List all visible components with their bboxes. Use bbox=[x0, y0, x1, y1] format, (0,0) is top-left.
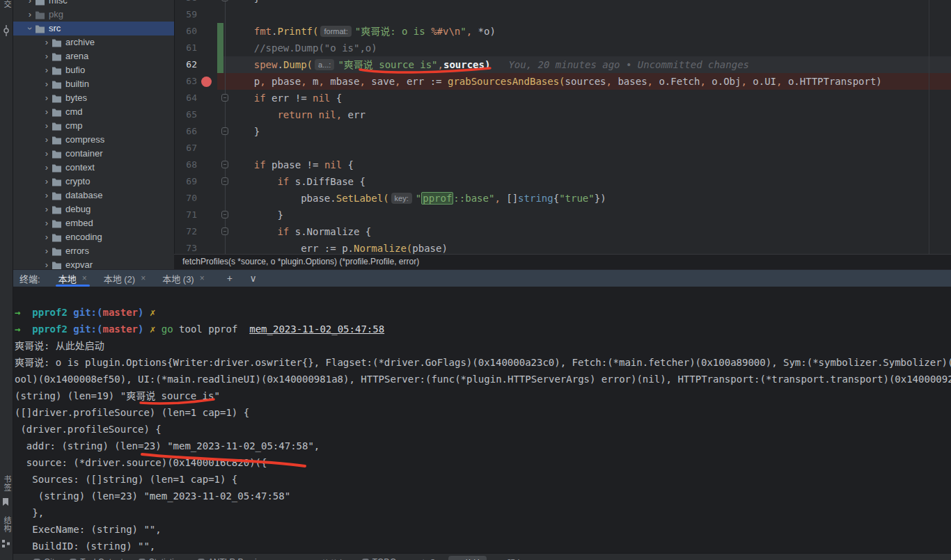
code-line-71[interactable]: 71 } bbox=[175, 207, 951, 223]
code-line-62[interactable]: 62 spew.Dump(a...:"爽哥说 source is",source… bbox=[175, 56, 951, 73]
code-line-69[interactable]: 69 if s.DiffBase { bbox=[175, 173, 951, 190]
structure-tool-button[interactable]: 结构 bbox=[1, 516, 13, 533]
tree-item-archive[interactable]: ›archive bbox=[13, 35, 174, 49]
close-icon[interactable]: × bbox=[200, 273, 205, 283]
chevron-icon[interactable]: › bbox=[42, 244, 52, 258]
code-line-67[interactable]: 67 bbox=[175, 140, 951, 157]
tool-button-Statistics[interactable]: Statistics bbox=[133, 556, 188, 560]
line-number[interactable]: 62 bbox=[175, 56, 197, 73]
tree-item-database[interactable]: ›database bbox=[13, 189, 174, 202]
tree-item-compress[interactable]: ›compress bbox=[13, 133, 174, 147]
chevron-icon[interactable]: › bbox=[42, 105, 52, 119]
line-number[interactable]: 71 bbox=[175, 207, 197, 223]
chevron-icon[interactable]: › bbox=[42, 77, 52, 91]
fold-marker-icon[interactable] bbox=[221, 94, 228, 102]
chevron-icon[interactable]: › bbox=[42, 147, 52, 161]
chevron-icon[interactable]: › bbox=[42, 119, 52, 133]
code-editor[interactable]: 58 }5960 fmt.Printf(format:"爽哥说: o is %#… bbox=[174, 0, 951, 254]
tree-item-bytes[interactable]: ›bytes bbox=[13, 91, 174, 105]
chevron-icon[interactable]: › bbox=[42, 175, 52, 189]
tree-item-cmp[interactable]: ›cmp bbox=[13, 119, 174, 133]
chevron-icon[interactable]: › bbox=[42, 189, 52, 202]
tool-button-Git[interactable]: Git bbox=[28, 556, 60, 560]
fold-marker-icon[interactable] bbox=[221, 0, 228, 1]
tree-item-misc[interactable]: ›misc bbox=[13, 0, 174, 8]
chevron-icon[interactable]: › bbox=[42, 202, 52, 216]
terminal-output[interactable]: → pprof2 git:(master) ✗→ pprof2 git:(mas… bbox=[13, 286, 951, 553]
line-number[interactable]: 66 bbox=[175, 123, 197, 140]
code-line-70[interactable]: 70 pbase.SetLabel(key:"pprof::base", []s… bbox=[175, 190, 951, 207]
tree-item-cmd[interactable]: ›cmd bbox=[13, 105, 174, 119]
code-line-61[interactable]: 61 //spew.Dump("o is",o) bbox=[175, 40, 951, 56]
tree-item-src[interactable]: ›src bbox=[13, 22, 174, 35]
chevron-icon[interactable]: › bbox=[25, 8, 35, 22]
chevron-icon[interactable]: › bbox=[42, 216, 52, 230]
tree-item-encoding[interactable]: ›encoding bbox=[13, 230, 174, 244]
chevron-icon[interactable]: › bbox=[42, 35, 52, 49]
tool-button-Tool Output[interactable]: Tool Output bbox=[64, 556, 128, 560]
terminal-tab-本地 (3)[interactable]: 本地 (3)× bbox=[154, 270, 213, 287]
code-line-60[interactable]: 60 fmt.Printf(format:"爽哥说: o is %#v\n", … bbox=[175, 23, 951, 40]
project-tree[interactable]: ›misc›pkg›src›archive›arena›bufio›builti… bbox=[13, 0, 174, 269]
terminal-tab-本地[interactable]: 本地× bbox=[50, 270, 95, 287]
line-number[interactable]: 58 bbox=[175, 0, 197, 6]
breakpoint-icon[interactable] bbox=[201, 77, 212, 87]
tree-item-embed[interactable]: ›embed bbox=[13, 216, 174, 230]
commit-tool-button[interactable]: 提交 bbox=[1, 0, 13, 8]
chevron-icon[interactable]: › bbox=[42, 230, 52, 244]
chevron-icon[interactable]: › bbox=[42, 91, 52, 105]
code-line-73[interactable]: 73 err := p.Normalize(pbase) bbox=[175, 240, 951, 254]
chevron-icon[interactable]: › bbox=[25, 0, 35, 8]
fold-marker-icon[interactable] bbox=[221, 211, 228, 218]
fold-marker-icon[interactable] bbox=[221, 161, 228, 168]
code-line-68[interactable]: 68 if pbase != nil { bbox=[175, 157, 951, 173]
line-number[interactable]: 65 bbox=[175, 106, 197, 123]
new-terminal-tab-icon[interactable]: + bbox=[223, 273, 237, 284]
fold-marker-icon[interactable] bbox=[221, 177, 228, 185]
line-number[interactable]: 59 bbox=[175, 6, 197, 23]
line-number[interactable]: 60 bbox=[175, 23, 197, 40]
tree-item-builtin[interactable]: ›builtin bbox=[13, 77, 174, 91]
tool-button-终端[interactable]: 终端 bbox=[448, 556, 487, 560]
bookmarks-tool-button[interactable]: 书签 bbox=[1, 475, 13, 492]
line-number[interactable]: 63 bbox=[175, 73, 197, 90]
tree-item-context[interactable]: ›context bbox=[13, 161, 174, 175]
line-number[interactable]: 73 bbox=[175, 240, 197, 254]
chevron-icon[interactable]: › bbox=[42, 161, 52, 175]
tool-button-问题[interactable]: 问题 bbox=[406, 556, 444, 560]
tree-item-errors[interactable]: ›errors bbox=[13, 244, 174, 258]
vcs-change-marker[interactable] bbox=[217, 23, 223, 73]
close-icon[interactable]: × bbox=[82, 273, 87, 283]
fold-marker-icon[interactable] bbox=[221, 227, 228, 235]
line-number[interactable]: 69 bbox=[175, 173, 197, 190]
tree-item-arena[interactable]: ›arena bbox=[13, 49, 174, 63]
tool-button-TODO[interactable]: TODO bbox=[356, 556, 402, 560]
bookmark-icon[interactable] bbox=[2, 498, 9, 506]
line-number[interactable]: 72 bbox=[175, 223, 197, 240]
code-line-66[interactable]: 66 } bbox=[175, 123, 951, 140]
code-line-64[interactable]: 64 if err != nil { bbox=[175, 90, 951, 106]
terminal-tab-本地 (2)[interactable]: 本地 (2)× bbox=[95, 270, 155, 287]
chevron-icon[interactable]: › bbox=[42, 258, 52, 269]
code-line-72[interactable]: 72 if s.Normalize { bbox=[175, 223, 951, 240]
code-area[interactable]: 58 }5960 fmt.Printf(format:"爽哥说: o is %#… bbox=[175, 0, 951, 254]
line-number[interactable]: 61 bbox=[175, 40, 197, 56]
tool-button-服务[interactable]: 服务 bbox=[491, 556, 529, 560]
chevron-icon[interactable]: › bbox=[42, 63, 52, 77]
tool-button-Python 软件包[interactable]: Python 软件包 bbox=[277, 556, 352, 560]
line-number[interactable]: 70 bbox=[175, 190, 197, 207]
tree-item-container[interactable]: ›container bbox=[13, 147, 174, 161]
tree-item-debug[interactable]: ›debug bbox=[13, 202, 174, 216]
code-line-58[interactable]: 58 } bbox=[175, 0, 951, 6]
line-number[interactable]: 68 bbox=[175, 157, 197, 173]
terminal-tab-dropdown-icon[interactable]: ∨ bbox=[246, 273, 260, 284]
line-number[interactable]: 64 bbox=[175, 90, 197, 106]
tree-item-crypto[interactable]: ›crypto bbox=[13, 175, 174, 189]
tree-item-bufio[interactable]: ›bufio bbox=[13, 63, 174, 77]
commit-icon[interactable] bbox=[2, 25, 10, 36]
close-icon[interactable]: × bbox=[141, 273, 146, 283]
tree-item-pkg[interactable]: ›pkg bbox=[13, 8, 174, 22]
structure-icon[interactable] bbox=[2, 540, 10, 547]
code-line-59[interactable]: 59 bbox=[175, 6, 951, 23]
code-line-63[interactable]: 63 p, pbase, m, mbase, save, err := grab… bbox=[175, 73, 951, 90]
